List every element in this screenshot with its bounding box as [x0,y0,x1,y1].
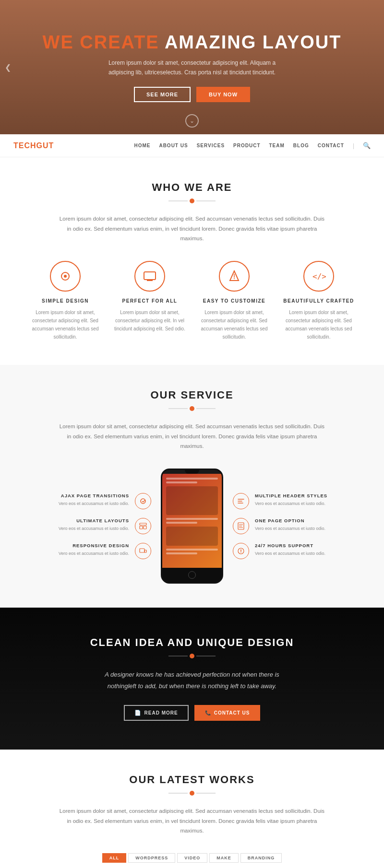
service-responsive-title: RESPONSIVE DESIGN [29,543,129,548]
phone-home-btn [188,571,196,579]
phone-notch [185,470,199,474]
filter-branding[interactable]: BRANDING [240,853,282,863]
service-header-title: MULTIPLE HEADER STYLES [255,493,355,498]
phone-mockup [161,469,223,584]
works-header: OUR LATEST WORKS Lorem ipsum dolor sit a… [0,774,384,868]
cta-divider-right [196,656,216,657]
read-more-label: Read More [144,710,178,716]
svg-text:</>: </> [312,272,326,281]
easy-customize-icon [219,261,250,292]
service-support-title: 24/7 HOURS SUPPORT [255,543,355,548]
layouts-icon [135,518,151,534]
service-left-item-1: AJAX PAGE TRANSITIONS Vero eos et accusa… [29,493,151,509]
service-section-divider [29,406,355,411]
works-divider-right [196,793,216,794]
who-we-are-title: WHO WE ARE [29,181,355,194]
nav-links: HOME ABOUT US SERVICES PRODUCT TEAM BLOG… [134,142,371,149]
svg-rect-12 [140,549,144,552]
nav-product[interactable]: PRODUCT [233,143,260,148]
service-layouts-title: ULTIMATE LAYOUTS [29,518,129,523]
svg-point-1 [64,275,67,278]
service-layout: AJAX PAGE TRANSITIONS Vero eos et accusa… [29,469,355,584]
service-onepage-title: ONE PAGE OPTION [255,518,355,523]
divider-line-left [168,408,188,409]
phone-bar-2 [166,481,197,483]
hero-nav-left[interactable]: ❮ [5,63,11,72]
feature-1-title: SIMPLE DESIGN [29,298,102,304]
cta-divider-dot [190,654,194,658]
phone-bar-6 [166,552,197,554]
works-filter: ALL WORDPRESS VIDEO MAKE BRANDING [29,853,355,863]
read-more-button[interactable]: 📄 Read More [124,705,189,721]
search-icon[interactable]: 🔍 [363,142,371,149]
ajax-icon [135,493,151,509]
svg-rect-9 [140,523,146,525]
service-onepage-desc: Vero eos et accusamus et iusto odio. [255,525,355,532]
contact-us-button[interactable]: 📞 Contact Us [194,705,261,721]
cta-buttons: 📄 Read More 📞 Contact Us [29,705,355,721]
svg-rect-11 [144,526,146,529]
filter-wordpress[interactable]: WORDPRESS [128,853,175,863]
nav-contact[interactable]: CONTACT [318,143,344,148]
service-left-col: AJAX PAGE TRANSITIONS Vero eos et accusa… [29,493,151,559]
our-service-title: OUR SERVICE [29,389,355,401]
section-divider [29,199,355,203]
feature-2-title: PERFECT FOR ALL [113,298,186,304]
feature-4-title: BEAUTIFULLY CRAFTED [282,298,355,304]
service-left-item-3: RESPONSIVE DESIGN Vero eos et accusamus … [29,543,151,559]
nav-blog[interactable]: BLOG [293,143,309,148]
svg-point-19 [240,552,241,553]
filter-make[interactable]: MAKE [209,853,239,863]
support-icon [233,543,249,559]
contact-us-label: Contact Us [214,710,250,716]
divider-dot [190,406,194,411]
service-left-item-2: ULTIMATE LAYOUTS Vero eos et accusamus e… [29,518,151,534]
nav-about[interactable]: ABOUT US [159,143,188,148]
service-support-desc: Vero eos et accusamus et iusto odio. [255,550,355,557]
one-page-icon [233,518,249,534]
filter-video[interactable]: VIDEO [177,853,207,863]
header-styles-icon [233,493,249,509]
hero-scroll-arrow[interactable]: ⌄ [185,114,199,128]
feature-perfect-for-all: PERFECT FOR ALL Lorem ipsum dolor sit am… [113,261,186,341]
hero-title: WE CREATE AMAZING LAYOUT [43,32,342,53]
hero-title-rest: AMAZING LAYOUT [165,32,342,52]
service-right-item-2: ONE PAGE OPTION Vero eos et accusamus et… [233,518,355,534]
feature-simple-design: SIMPLE DESIGN Lorem ipsum dolor sit amet… [29,261,102,341]
see-more-button[interactable]: SEE MORE [134,87,191,102]
svg-rect-13 [144,550,146,552]
latest-works-body: Lorem ipsum dolor sit amet, consectetur … [58,806,326,836]
feature-3-title: EASY TO CUSTOMIZE [198,298,271,304]
buy-now-button[interactable]: BUY NOW [196,87,250,102]
works-divider-left [168,793,188,794]
phone-bar-1 [166,478,218,480]
divider-line-left [168,200,188,201]
nav-home[interactable]: HOME [134,143,150,148]
phone-img-1 [166,486,218,515]
filter-all[interactable]: ALL [102,853,127,863]
logo[interactable]: TECHGUT [13,141,54,150]
nav-services[interactable]: SERVICES [197,143,225,148]
divider-line-right [196,408,216,409]
cta-section: CLEAN IDEA AND UNIQUE DESIGN A designer … [0,608,384,750]
navbar: TECHGUT HOME ABOUT US SERVICES PRODUCT T… [0,134,384,157]
service-responsive-desc: Vero eos et accusamus et iusto odio. [29,550,129,557]
phone-img-2 [166,527,218,546]
logo-part1: TECH [13,141,36,150]
phone-bar-4 [166,522,197,524]
hero-subtitle: Lorem ipsum dolor sit amet, consectetur … [101,59,283,77]
works-divider [29,791,355,796]
cta-title: CLEAN IDEA AND UNIQUE DESIGN [29,636,355,649]
nav-team[interactable]: TEAM [269,143,285,148]
divider-line-right [196,200,216,201]
beautifully-crafted-icon: </> [303,261,334,292]
feature-beautifully-crafted: </> BEAUTIFULLY CRAFTED Lorem ipsum dolo… [282,261,355,341]
simple-design-icon [50,261,81,292]
svg-rect-10 [140,526,143,529]
service-right-item-1: MULTIPLE HEADER STYLES Vero eos et accus… [233,493,355,509]
features-grid: SIMPLE DESIGN Lorem ipsum dolor sit amet… [29,261,355,341]
phone-icon: 📞 [205,710,211,716]
phone-screen [162,474,222,568]
service-right-col: MULTIPLE HEADER STYLES Vero eos et accus… [233,493,355,559]
nav-divider: | [353,142,354,149]
